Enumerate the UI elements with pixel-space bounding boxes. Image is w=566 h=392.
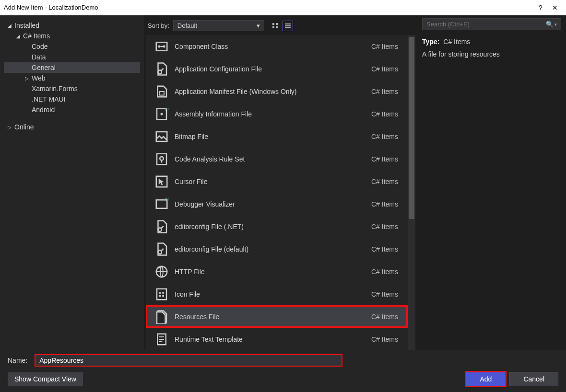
help-button[interactable]: ? — [533, 4, 548, 12]
template-panel: Sort by: Default ▾ Component ClassC# Ite… — [144, 15, 417, 350]
tree-code[interactable]: Code — [4, 41, 140, 52]
type-label: Type: — [422, 38, 439, 46]
template-item-label: Code Analysis Rule Set — [171, 155, 371, 163]
tree-csharp-items[interactable]: ◢ C# Items — [4, 31, 140, 41]
template-list[interactable]: Component ClassC# ItemsApplication Confi… — [146, 35, 408, 350]
tree-label: .NET MAUI — [32, 95, 66, 103]
svg-rect-2 — [272, 26, 274, 28]
tree-label: Xamarin.Forms — [32, 85, 78, 92]
template-item-label: Debugger Visualizer — [171, 200, 371, 208]
template-item[interactable]: Application Configuration FileC# Items — [146, 58, 408, 80]
compact-view-button[interactable]: Show Compact View — [8, 372, 83, 386]
template-item[interactable]: Runtime Text TemplateC# Items — [146, 328, 408, 350]
search-input[interactable] — [426, 21, 546, 28]
template-item-label: editorconfig File (.NET) — [171, 223, 371, 231]
chevron-down-icon: ◢ — [8, 23, 14, 28]
tree-general[interactable]: General — [4, 62, 140, 73]
template-item[interactable]: Assembly Information FileC# Items — [146, 103, 408, 125]
tree-online[interactable]: ▷ Online — [4, 122, 140, 132]
tree-label: Installed — [14, 22, 39, 29]
tree-label: Data — [32, 53, 46, 61]
template-item[interactable]: HTTP FileC# Items — [146, 260, 408, 283]
template-item-category: C# Items — [371, 335, 401, 343]
template-item-category: C# Items — [371, 43, 401, 50]
chevron-right-icon: ▷ — [25, 76, 32, 81]
main-area: ◢ Installed ◢ C# Items Code Data General… — [0, 15, 566, 350]
svg-rect-4 — [285, 23, 291, 24]
template-item[interactable]: Application Manifest File (Windows Only)… — [146, 80, 408, 103]
sort-dropdown[interactable]: Default ▾ — [173, 20, 264, 31]
template-item-category: C# Items — [371, 178, 401, 185]
tree-label: Android — [32, 106, 55, 114]
template-item[interactable]: Bitmap FileC# Items — [146, 125, 408, 148]
wrench-icon — [153, 62, 171, 76]
iconfile-icon — [153, 287, 171, 301]
template-item-label: Assembly Information File — [171, 110, 371, 118]
tree-label: Web — [32, 74, 46, 82]
bitmap-icon — [153, 129, 171, 144]
template-item-category: C# Items — [371, 268, 401, 276]
tree-installed[interactable]: ◢ Installed — [4, 20, 140, 31]
ruleset-icon — [153, 152, 171, 166]
template-item-category: C# Items — [371, 88, 401, 95]
svg-rect-0 — [272, 23, 274, 25]
tree-label: Online — [14, 123, 34, 131]
template-item-label: Application Manifest File (Windows Only) — [171, 88, 371, 95]
close-button[interactable]: ✕ — [548, 4, 562, 12]
scrollbar[interactable] — [408, 35, 415, 350]
scroll-thumb[interactable] — [409, 37, 414, 219]
wrench-icon — [153, 219, 171, 234]
tree-maui[interactable]: .NET MAUI — [4, 94, 140, 104]
tree-web[interactable]: ▷Web — [4, 73, 140, 83]
asminfo-icon — [153, 107, 171, 121]
search-icon[interactable]: 🔍 ▾ — [546, 21, 557, 28]
template-item[interactable]: Icon FileC# Items — [146, 283, 408, 305]
template-item[interactable]: Cursor FileC# Items — [146, 170, 408, 193]
template-item-category: C# Items — [371, 245, 401, 253]
template-item-category: C# Items — [371, 313, 401, 321]
template-item[interactable]: Code Analysis Rule SetC# Items — [146, 148, 408, 170]
type-value: C# Items — [443, 38, 470, 46]
template-item-label: Application Configuration File — [171, 65, 371, 73]
template-item[interactable]: Component ClassC# Items — [146, 35, 408, 58]
tree-data[interactable]: Data — [4, 52, 140, 62]
component-icon — [153, 39, 171, 54]
textfile-icon — [153, 332, 171, 346]
template-item[interactable]: Debugger VisualizerC# Items — [146, 193, 408, 215]
template-item-category: C# Items — [371, 65, 401, 73]
tree-label: General — [32, 64, 56, 71]
template-item-category: C# Items — [371, 133, 401, 140]
svg-rect-5 — [285, 25, 291, 26]
template-item-label: Cursor File — [171, 178, 371, 185]
svg-rect-6 — [285, 27, 291, 28]
visualizer-icon — [153, 197, 171, 211]
view-list[interactable] — [283, 21, 293, 31]
template-item-label: editorconfig File (default) — [171, 245, 371, 253]
sort-toolbar: Sort by: Default ▾ — [144, 18, 417, 35]
template-list-wrap: Component ClassC# ItemsApplication Confi… — [146, 35, 415, 350]
detail-description: A file for storing resources — [422, 50, 561, 58]
tree-xamarin[interactable]: Xamarin.Forms — [4, 83, 140, 94]
search-box[interactable]: 🔍 ▾ — [422, 18, 561, 30]
manifest-icon — [153, 84, 171, 99]
window-title: Add New Item - LocalizationDemo — [4, 4, 533, 11]
template-item-label: Runtime Text Template — [171, 335, 371, 343]
view-toggle — [270, 21, 293, 31]
detail-panel: 🔍 ▾ Type: C# Items A file for storing re… — [417, 15, 566, 350]
resources-icon — [153, 310, 171, 324]
view-small-icons[interactable] — [270, 21, 281, 31]
template-item-category: C# Items — [371, 223, 401, 231]
template-item-label: Icon File — [171, 290, 371, 298]
category-tree: ◢ Installed ◢ C# Items Code Data General… — [0, 15, 144, 350]
tree-android[interactable]: Android — [4, 104, 140, 115]
svg-rect-1 — [276, 23, 278, 25]
name-input[interactable] — [35, 355, 342, 366]
template-item-label: Resources File — [171, 313, 371, 321]
cancel-button[interactable]: Cancel — [509, 372, 558, 386]
template-item[interactable]: editorconfig File (default)C# Items — [146, 238, 408, 260]
grid-icon — [272, 23, 279, 29]
add-button[interactable]: Add — [466, 372, 506, 386]
template-item-label: Bitmap File — [171, 133, 371, 140]
template-item[interactable]: editorconfig File (.NET)C# Items — [146, 215, 408, 238]
template-item[interactable]: Resources FileC# Items — [146, 305, 408, 328]
